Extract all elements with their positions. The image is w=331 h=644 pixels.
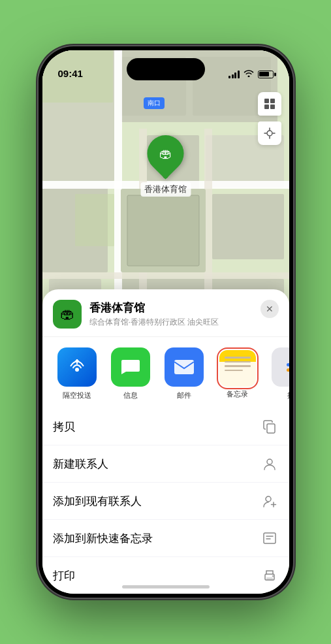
pin-label: 香港体育馆 [140,182,191,197]
notes-highlight-border [217,347,259,389]
action-quick-note[interactable]: 添加到新快速备忘录 [42,519,289,556]
notes-label: 备忘录 [227,389,248,399]
svg-rect-20 [75,194,114,246]
map-view-toggle-button[interactable] [258,92,281,116]
airdrop-label: 隔空投送 [63,391,91,400]
share-app-mail[interactable]: 邮件 [157,347,211,400]
svg-point-37 [266,496,271,502]
share-app-more[interactable]: 推 [264,347,289,400]
battery-icon [258,71,274,78]
messages-icon [111,347,150,387]
location-header: 🏟 香港体育馆 综合体育馆·香港特别行政区 油尖旺区 ✕ [42,289,289,337]
location-pin: 🏟 香港体育馆 [140,135,191,197]
signal-bar-1 [229,76,230,78]
svg-rect-35 [267,424,275,433]
airdrop-icon [57,347,97,387]
svg-rect-40 [264,533,276,543]
pin-stadium-icon: 🏟 [159,146,172,161]
svg-point-25 [267,131,272,136]
phone-frame: 09:41 [39,46,293,598]
quick-note-label: 添加到新快速备忘录 [53,531,153,546]
map-controls [258,92,281,145]
signal-bar-2 [232,74,234,78]
location-info: 香港体育馆 综合体育馆·香港特别行政区 油尖旺区 [89,300,279,328]
svg-rect-18 [127,195,199,266]
new-contact-label: 新建联系人 [53,457,108,472]
svg-point-30 [75,368,79,372]
svg-point-45 [272,575,274,577]
more-label: 推 [287,391,289,400]
svg-point-36 [267,459,272,464]
share-app-messages[interactable]: 信息 [104,347,157,400]
svg-rect-10 [212,194,284,259]
svg-rect-23 [264,105,269,109]
svg-rect-21 [264,99,269,103]
phone-screen: 09:41 [42,50,289,594]
status-icons [229,69,274,80]
location-icon: 🏟 [53,300,82,329]
pin-bubble: 🏟 [140,127,191,179]
messages-label: 信息 [123,391,138,400]
road-label-prefix: 南口 [148,99,161,106]
svg-rect-24 [270,105,275,109]
share-apps-row: 隔空投送 信息 [42,337,289,406]
road-label: 南口 [144,97,165,109]
location-subtitle: 综合体育馆·香港特别行政区 油尖旺区 [89,317,279,328]
stadium-icon: 🏟 [60,306,74,323]
action-new-contact[interactable]: 新建联系人 [42,445,289,482]
signal-bar-3 [234,72,236,78]
close-button[interactable]: ✕ [260,300,279,318]
status-time: 09:41 [58,68,83,80]
copy-label: 拷贝 [53,419,75,434]
location-button[interactable] [258,121,281,145]
mail-label: 邮件 [177,391,191,400]
dynamic-island [127,58,205,80]
bottom-sheet: 🏟 香港体育馆 综合体育馆·香港特别行政区 油尖旺区 ✕ [42,289,289,594]
add-existing-icon [260,492,279,510]
signal-bars-icon [229,71,240,78]
signal-bar-4 [238,71,240,78]
svg-rect-44 [266,577,273,580]
copy-icon [260,417,279,436]
action-list: 拷贝 新建联系人 [42,408,289,594]
share-app-airdrop[interactable]: 隔空投送 [50,347,104,400]
add-existing-label: 添加到现有联系人 [53,494,142,509]
new-contact-icon [260,455,279,473]
action-add-existing[interactable]: 添加到现有联系人 [42,482,289,519]
wifi-icon [244,69,254,79]
print-icon [260,566,279,585]
svg-rect-16 [42,272,289,279]
svg-rect-22 [270,99,275,103]
share-app-notes[interactable]: 备忘录 [211,347,264,400]
battery-fill [259,72,269,76]
more-icon [272,347,289,387]
home-indicator [122,585,210,588]
notes-icon [219,350,256,387]
more-dots-grid [283,359,289,376]
svg-rect-34 [174,360,194,374]
location-name: 香港体育馆 [89,300,279,315]
quick-note-icon [260,529,279,547]
mail-icon [165,347,204,387]
action-copy[interactable]: 拷贝 [42,408,289,445]
print-label: 打印 [53,568,75,583]
